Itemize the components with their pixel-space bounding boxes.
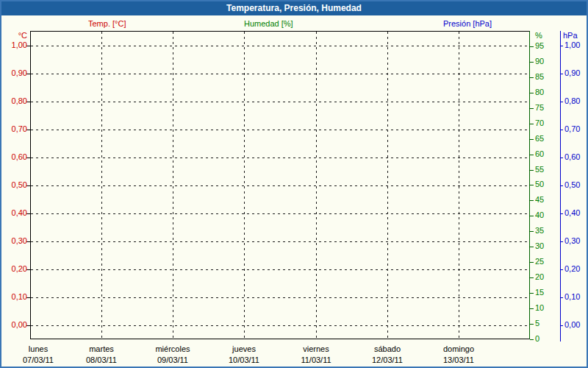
pressure-axis-tick bbox=[560, 130, 563, 130]
humidity-axis-label: 85 bbox=[535, 72, 544, 82]
humidity-axis-tick bbox=[530, 170, 534, 171]
gridline-horizontal bbox=[31, 102, 529, 102]
x-axis-day-name: viernes bbox=[282, 344, 351, 353]
gridline-horizontal bbox=[31, 185, 529, 186]
gridline-horizontal bbox=[31, 130, 529, 130]
gridline-vertical bbox=[387, 32, 388, 339]
title-bar: Temperatura, Presión, Humedad bbox=[1, 1, 587, 15]
humidity-axis-label: 65 bbox=[535, 134, 544, 144]
humidity-axis-tick bbox=[530, 247, 534, 247]
temperature-axis-label: 0,20 bbox=[4, 264, 27, 274]
x-axis-day-name: martes bbox=[67, 344, 136, 353]
temperature-axis-label: 0,50 bbox=[4, 180, 27, 190]
humidity-axis-label: 40 bbox=[535, 210, 544, 220]
pressure-axis-label: 0,40 bbox=[564, 208, 580, 218]
humidity-axis-tick bbox=[530, 46, 534, 47]
x-axis-day-date: 08/03/11 bbox=[67, 355, 136, 364]
humidity-axis-tick bbox=[530, 139, 534, 140]
humidity-axis-label: 10 bbox=[535, 303, 544, 313]
x-axis-day-date: 10/03/11 bbox=[209, 355, 279, 364]
gridline-horizontal bbox=[31, 297, 529, 298]
legend-humidity: Humedad [%] bbox=[244, 19, 293, 29]
x-axis-day-date: 13/03/11 bbox=[424, 355, 493, 364]
temperature-axis-label: 0,40 bbox=[4, 208, 27, 218]
humidity-axis-tick bbox=[530, 324, 534, 325]
pressure-axis-tick bbox=[560, 185, 563, 186]
pressure-axis-tick bbox=[560, 241, 563, 242]
plot-area bbox=[30, 31, 530, 339]
gridline-vertical bbox=[101, 32, 102, 339]
humidity-axis-tick bbox=[530, 93, 534, 93]
humidity-axis-tick bbox=[530, 108, 534, 109]
pressure-axis-tick bbox=[560, 46, 563, 46]
pressure-axis-tick bbox=[560, 213, 563, 214]
humidity-axis-label: 5 bbox=[535, 319, 539, 328]
gridline-horizontal bbox=[31, 325, 529, 326]
humidity-axis-label: 55 bbox=[535, 165, 544, 174]
humidity-axis-tick bbox=[530, 155, 534, 155]
humidity-axis-label: 35 bbox=[535, 226, 544, 236]
x-axis-day-name: domingo bbox=[424, 344, 493, 353]
x-axis-day-date: 09/03/11 bbox=[138, 355, 207, 364]
pressure-axis-label: 0,20 bbox=[564, 264, 580, 274]
gridline-vertical bbox=[173, 32, 173, 339]
pressure-axis-tick bbox=[560, 269, 563, 270]
humidity-axis-tick bbox=[530, 308, 534, 309]
humidity-axis-label: 20 bbox=[535, 272, 544, 282]
humidity-axis-label: 75 bbox=[535, 103, 544, 113]
pressure-axis-label: 0,90 bbox=[564, 68, 580, 78]
temperature-axis-label: 0,10 bbox=[4, 292, 27, 302]
temperature-axis-unit: °C bbox=[4, 31, 27, 40]
temperature-axis-label: 0,00 bbox=[4, 320, 27, 330]
x-axis-day-name: miércoles bbox=[138, 344, 207, 353]
pressure-axis-line bbox=[560, 31, 561, 342]
legend-pressure: Presión [hPa] bbox=[443, 19, 492, 29]
humidity-axis-label: 45 bbox=[535, 195, 544, 205]
humidity-axis-tick bbox=[530, 216, 534, 216]
pressure-axis-label: 0,60 bbox=[564, 152, 580, 162]
pressure-axis-label: 0,80 bbox=[564, 96, 580, 106]
pressure-axis-label: 1,00 bbox=[564, 40, 580, 50]
pressure-axis-label: 0,30 bbox=[564, 236, 580, 246]
pressure-axis-tick bbox=[560, 102, 563, 102]
gridline-horizontal bbox=[31, 74, 529, 74]
humidity-axis-tick bbox=[530, 231, 534, 232]
temperature-axis-label: 0,80 bbox=[4, 96, 27, 106]
gridline-horizontal bbox=[31, 269, 529, 270]
temperature-axis-label: 0,70 bbox=[4, 124, 27, 134]
gridline-vertical bbox=[459, 32, 459, 339]
temperature-axis-label: 0,90 bbox=[4, 68, 27, 78]
humidity-axis-label: 15 bbox=[535, 288, 544, 297]
humidity-axis-tick bbox=[530, 185, 534, 185]
pressure-axis-tick bbox=[560, 297, 563, 298]
humidity-axis-tick bbox=[530, 62, 534, 63]
gridline-horizontal bbox=[31, 46, 529, 46]
pressure-axis-tick bbox=[560, 74, 563, 74]
gridline-vertical bbox=[316, 32, 317, 339]
humidity-axis-unit: % bbox=[535, 31, 542, 40]
x-axis-day-name: jueves bbox=[209, 344, 279, 353]
humidity-axis-tick bbox=[530, 293, 534, 294]
window-title: Temperatura, Presión, Humedad bbox=[226, 3, 362, 13]
pressure-axis-label: 0,00 bbox=[564, 320, 580, 330]
temperature-axis-label: 0,30 bbox=[4, 236, 27, 246]
humidity-axis-label: 80 bbox=[535, 88, 544, 97]
x-axis-day-date: 12/03/11 bbox=[353, 355, 422, 364]
humidity-axis-tick bbox=[530, 262, 534, 263]
pressure-axis-unit: hPa bbox=[563, 31, 578, 40]
chart-window: Temperatura, Presión, Humedad Temp. [°C]… bbox=[0, 0, 588, 368]
temperature-axis-label: 1,00 bbox=[4, 40, 27, 50]
pressure-axis-tick bbox=[560, 325, 563, 326]
humidity-axis-tick bbox=[530, 77, 534, 78]
humidity-axis-label: 50 bbox=[535, 180, 544, 189]
gridline-horizontal bbox=[31, 213, 529, 214]
gridline-vertical bbox=[244, 32, 245, 339]
pressure-axis-label: 0,70 bbox=[564, 124, 580, 134]
pressure-axis-tick bbox=[560, 158, 563, 158]
humidity-axis-label: 60 bbox=[535, 149, 544, 159]
temperature-axis-label: 0,60 bbox=[4, 152, 27, 162]
humidity-axis-label: 95 bbox=[535, 41, 544, 51]
pressure-axis-label: 0,50 bbox=[564, 180, 580, 190]
pressure-axis-label: 0,10 bbox=[564, 292, 580, 302]
humidity-axis-label: 30 bbox=[535, 241, 544, 251]
